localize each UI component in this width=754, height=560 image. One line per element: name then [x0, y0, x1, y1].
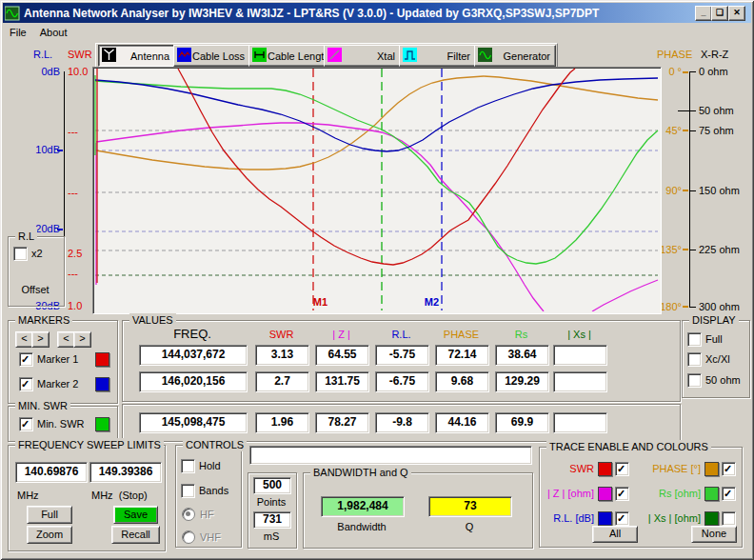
marker2-z-field[interactable]: 131.75 [315, 371, 369, 392]
header-swr: SWR [255, 329, 308, 340]
ms-field[interactable]: 731 [253, 511, 291, 529]
sweep-full-button[interactable]: Full [27, 506, 72, 524]
sweep-recall-button[interactable]: Recall [111, 526, 160, 544]
marker2-freq-field[interactable]: 146,020,156 [139, 371, 248, 392]
right-axis-ohm-tick [690, 190, 696, 191]
trace-rs-label: Rs [ohm] [632, 488, 701, 500]
trace-none-button[interactable]: None [691, 526, 737, 543]
min-swr-checkbox[interactable] [19, 417, 33, 431]
sweep-start-field[interactable]: 140.69876 [15, 462, 88, 483]
right-axis-ohm-tick [690, 307, 696, 308]
tab-antenna[interactable]: Antenna [98, 45, 175, 67]
controls-caption: CONTROLS [183, 438, 247, 451]
trace-z-swatch[interactable] [598, 487, 612, 501]
chart-plot[interactable]: M1M2 [92, 67, 662, 314]
marker1-z-field[interactable]: 64.55 [315, 345, 369, 366]
left-axis-db-10: 10dB [28, 144, 60, 156]
min-swr-phase-field[interactable]: 44.16 [435, 412, 489, 433]
marker1-color-swatch[interactable] [95, 352, 109, 367]
marker2-rl-field[interactable]: -6.75 [375, 371, 429, 392]
left-axis-swr-1: 1.0 [68, 300, 82, 312]
left-axis-swr-tick: --- [68, 268, 78, 280]
right-axis-ohm-150: 150 ohm [699, 185, 740, 197]
marker1-freq-field[interactable]: 144,037,672 [139, 345, 248, 366]
bands-checkbox[interactable] [181, 484, 195, 498]
right-axis-ohm-50: 50 ohm [699, 105, 734, 117]
points-field[interactable]: 500 [253, 477, 291, 494]
min-swr-z-field[interactable]: 78.27 [315, 412, 369, 433]
marker1-label: Marker 1 [37, 353, 78, 366]
hold-checkbox[interactable] [181, 459, 195, 473]
marker1-swr-field[interactable]: 3.13 [255, 345, 309, 366]
display-50ohm-checkbox[interactable] [687, 373, 702, 388]
min-swr-rl-field[interactable]: -9.8 [375, 412, 429, 433]
sweep-stop-field[interactable]: 149.39386 [89, 462, 162, 483]
trace-xs-checkbox[interactable] [722, 511, 736, 526]
display-xcxl-checkbox[interactable] [687, 352, 702, 367]
min-swr-swr-field[interactable]: 1.96 [255, 412, 309, 433]
close-icon[interactable]: ✕ [728, 6, 745, 21]
trace-swr-swatch[interactable] [598, 462, 612, 476]
tab-xtal[interactable]: Xtal [324, 45, 401, 67]
marker2-swr-field[interactable]: 2.7 [255, 371, 309, 392]
svg-text:M2: M2 [425, 296, 439, 308]
marker2-next-button[interactable]: > [73, 331, 91, 348]
marker1-checkbox[interactable] [19, 352, 33, 367]
min-swr-xs-field[interactable] [553, 412, 607, 433]
marker2-xs-field[interactable] [553, 371, 607, 392]
min-swr-freq-field[interactable]: 145,098,475 [139, 412, 248, 433]
marker1-rl-field[interactable]: -5.75 [375, 345, 429, 366]
trace-rs-checkbox[interactable] [722, 487, 736, 501]
minimize-icon[interactable]: _ [695, 6, 712, 21]
sweep-zoom-button[interactable]: Zoom [27, 526, 72, 544]
x2-checkbox[interactable] [13, 247, 28, 261]
display-full-checkbox[interactable] [687, 332, 702, 347]
tab-label: Cable Loss [192, 50, 249, 62]
menu-about[interactable]: About [33, 25, 74, 40]
marker1-next-button[interactable]: > [31, 331, 50, 348]
right-axis-ohm-75: 75 ohm [699, 125, 734, 137]
svg-text:M1: M1 [313, 296, 327, 308]
menu-file[interactable]: File [3, 25, 33, 40]
bandwidth-label: Bandwidth [321, 521, 403, 533]
tab-filter[interactable]: Filter [399, 45, 476, 67]
trace-swr-label: SWR [543, 463, 594, 475]
marker2-phase-field[interactable]: 9.68 [435, 371, 489, 392]
axis-title-swr: SWR [68, 49, 92, 61]
hold-label: Hold [199, 460, 221, 472]
menu-bar: File About [3, 23, 751, 41]
sweep-start-unit: MHz [17, 490, 39, 502]
marker2-rs-field[interactable]: 129.29 [495, 371, 549, 392]
trace-all-button[interactable]: All [592, 526, 638, 543]
min-swr-color-swatch[interactable] [95, 417, 109, 431]
tab-cable-length[interactable]: Cable Length [248, 45, 326, 67]
marker2-color-swatch[interactable] [95, 377, 109, 391]
points-label: Points [248, 496, 295, 509]
trace-phase-checkbox[interactable] [722, 462, 736, 476]
marker1-xs-field[interactable] [553, 345, 607, 366]
trace-xs-swatch[interactable] [704, 511, 719, 526]
marker1-phase-field[interactable]: 72.14 [435, 345, 489, 366]
hf-radio[interactable] [182, 508, 195, 521]
trace-rs-swatch[interactable] [704, 487, 719, 501]
trace-z-checkbox[interactable] [615, 487, 629, 501]
marker1-rs-field[interactable]: 38.64 [495, 345, 549, 366]
trace-rl-swatch[interactable] [598, 511, 612, 526]
vhf-radio[interactable] [182, 530, 195, 544]
tab-cable-loss[interactable]: Cable Loss [173, 45, 250, 67]
right-axis-ohm-tick [690, 250, 696, 250]
right-axis-deg-tick [683, 190, 688, 191]
marker2-checkbox[interactable] [19, 377, 33, 391]
status-input[interactable] [249, 446, 532, 465]
tab-generator[interactable]: Generator [474, 45, 556, 67]
tab-label: Antenna [117, 50, 174, 62]
left-axis-swr-tick: --- [68, 126, 78, 138]
sweep-save-button[interactable]: Save [113, 506, 158, 524]
maximize-icon[interactable]: ❏ [711, 6, 728, 21]
min-swr-rs-field[interactable]: 69.9 [495, 412, 549, 433]
header-phase: PHASE [435, 329, 487, 340]
trace-rl-label: R.L. [dB] [543, 512, 594, 525]
trace-swr-checkbox[interactable] [615, 462, 629, 476]
trace-phase-swatch[interactable] [704, 462, 719, 476]
trace-rl-checkbox[interactable] [615, 511, 629, 526]
